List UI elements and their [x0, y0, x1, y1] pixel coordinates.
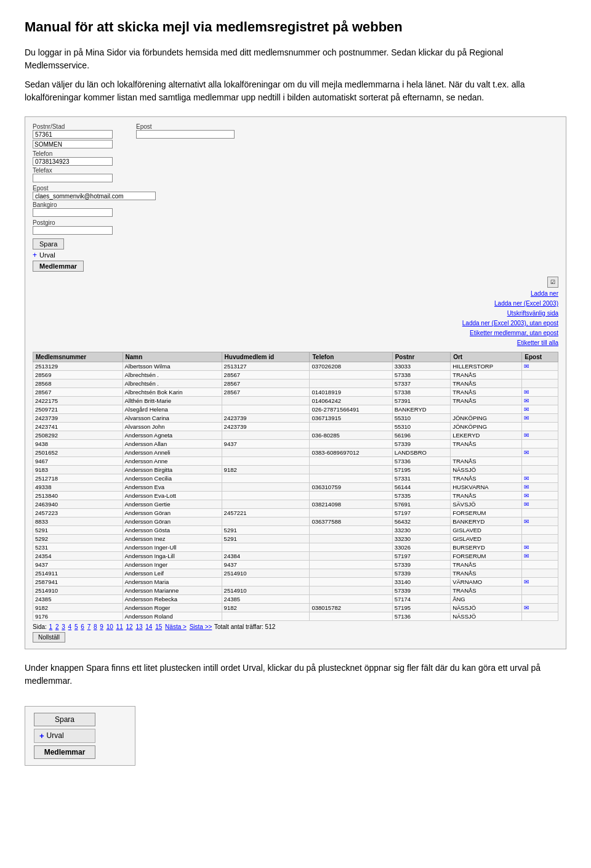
members-table: Medlemsnummer Namn Huvudmedlem id Telefo… [33, 352, 558, 621]
page-1[interactable]: 1 [49, 623, 53, 630]
table-row: 9176Andersson Roland57136NÄSSJÖ [33, 612, 558, 620]
medlemmar-label: Medlemmar [33, 261, 84, 272]
urval-label[interactable]: Urval [39, 251, 55, 259]
email-icon[interactable]: ✉ [524, 406, 529, 413]
postnr-label: Postnr/Stad [33, 123, 113, 130]
page-8[interactable]: 8 [94, 623, 97, 630]
urval-plus-icon: + [33, 251, 37, 259]
table-row: 2501652Andersson Anneli0383-6089697012LA… [33, 448, 558, 456]
email-icon[interactable]: ✉ [524, 363, 529, 370]
email-icon[interactable]: ✉ [524, 501, 529, 508]
page-last[interactable]: Sista >> [190, 623, 212, 630]
page-2[interactable]: 2 [55, 623, 59, 630]
col-header-ort: Ort [451, 352, 522, 362]
table-row: 2422175Allthén Britt-Marie01406424257391… [33, 396, 558, 405]
email-icon[interactable]: ✉ [524, 415, 529, 421]
ladda-ner-link[interactable]: Ladda ner [462, 289, 558, 299]
bottom-spara-button[interactable]: Spara [34, 713, 95, 726]
table-row: 28567Albrechtsén Bok Karin28567014018919… [33, 387, 558, 396]
email-icon[interactable]: ✉ [524, 544, 529, 551]
table-row: 24354Andersson Inga-Lill2438457197FORSER… [33, 551, 558, 560]
email-icon[interactable]: ✉ [524, 397, 529, 404]
table-row: 2457223Andersson Göran245722157197FORSER… [33, 508, 558, 517]
table-row: 2513840Andersson Eva-Lott57335TRANÅS✉ [33, 491, 558, 500]
table-row: 2423741Alvarsson John242373955310JÖNKÖPI… [33, 422, 558, 431]
nollstall-button[interactable]: Nollställ [33, 632, 65, 643]
postnr-input[interactable]: 57361 [33, 130, 113, 139]
bottom-screenshot: Spara + Urval Medlemmar [25, 706, 135, 766]
epost-label: Epost [33, 185, 558, 192]
table-row: 9467Andersson Anne57336TRANÅS [33, 456, 558, 465]
table-row: 28569Albrechtsén .2856757338TRANÅS [33, 370, 558, 379]
table-row: 9182Andersson Roger918203801578257195NÄS… [33, 603, 558, 612]
email-icon[interactable]: ✉ [524, 432, 529, 439]
checkbox-icon[interactable]: ☑ [547, 277, 558, 288]
bankgiro-input[interactable] [33, 208, 113, 217]
stad-value: SOMMEN [34, 141, 62, 148]
email-icon[interactable]: ✉ [524, 604, 529, 611]
page-5[interactable]: 5 [74, 623, 78, 630]
email-icon[interactable]: ✉ [524, 518, 529, 525]
page-4[interactable]: 4 [68, 623, 72, 630]
page-9[interactable]: 9 [100, 623, 103, 630]
ladda-ner-excel-link[interactable]: Ladda ner (Excel 2003) [462, 299, 558, 309]
page-15[interactable]: 15 [155, 623, 162, 630]
pagination-prefix: Sida: [33, 623, 49, 630]
page-11[interactable]: 11 [116, 623, 123, 630]
epost-right-input[interactable] [136, 130, 235, 139]
email-icon[interactable]: ✉ [524, 578, 529, 585]
members-section: ☑ Ladda ner Ladda ner (Excel 2003) Utskr… [33, 277, 558, 643]
table-row: 24385Andersson Rebecka2438557174ÅNG [33, 594, 558, 603]
etiketter-till-alla-link[interactable]: Etiketter till alla [462, 338, 558, 348]
table-row: 2513129Albertsson Wilma25131270370262083… [33, 362, 558, 370]
page-13[interactable]: 13 [135, 623, 142, 630]
page-6[interactable]: 6 [81, 623, 84, 630]
table-row: 9438Andersson Allan943757339TRANÅS [33, 439, 558, 448]
col-header-name: Namn [123, 352, 222, 362]
right-links: ☑ Ladda ner Ladda ner (Excel 2003) Utskr… [462, 277, 558, 348]
email-icon[interactable]: ✉ [524, 389, 529, 395]
page-7[interactable]: 7 [87, 623, 91, 630]
table-row: 49338Andersson Eva03631075956144HUSKVARN… [33, 482, 558, 491]
col-header-epost: Epost [522, 352, 558, 362]
email-icon[interactable]: ✉ [524, 475, 529, 482]
postgiro-input[interactable] [33, 226, 113, 235]
table-row: 2514910Andersson Marianne251491057339TRA… [33, 586, 558, 594]
page-14[interactable]: 14 [145, 623, 152, 630]
page-3[interactable]: 3 [62, 623, 65, 630]
email-icon[interactable]: ✉ [524, 553, 529, 559]
spara-button[interactable]: Spara [33, 238, 64, 249]
bottom-urval-row[interactable]: + Urval [34, 729, 95, 743]
table-row: 2509721Alsegård Helena026-27871566491BAN… [33, 405, 558, 413]
epost-input[interactable]: claes_sommenvik@hotmail.com [33, 192, 156, 200]
email-icon[interactable]: ✉ [524, 484, 529, 490]
postgiro-label: Postgiro [33, 219, 558, 226]
paragraph-3: Under knappen Spara finns ett litet plus… [25, 662, 566, 688]
page-12[interactable]: 12 [126, 623, 132, 630]
telefon-input[interactable]: 0738134923 [33, 157, 113, 166]
bottom-medlemmar-label: Medlemmar [34, 745, 95, 759]
utskriftsvanlig-link[interactable]: Utskriftsvänlig sida [462, 309, 558, 318]
epost-value: claes_sommenvik@hotmail.com [35, 193, 124, 200]
table-row: 28568Albrechtsén .2856757337TRANÅS [33, 379, 558, 387]
postnr-value: 57361 [35, 131, 52, 138]
total-count: Totalt antal träffar: 512 [214, 623, 275, 630]
email-icon[interactable]: ✉ [524, 492, 529, 499]
page-title: Manual för att skicka mejl via medlemsre… [25, 18, 566, 36]
page-10[interactable]: 10 [107, 623, 113, 630]
table-row: 9437Andersson Inger943757339TRANÅS [33, 560, 558, 569]
page-next[interactable]: Nästa > [165, 623, 187, 630]
telefax-input[interactable] [33, 174, 113, 182]
ladda-ner-utan-epost-link[interactable]: Ladda ner (Excel 2003), utan epost [462, 318, 558, 328]
paragraph-1: Du loggar in på Mina Sidor via förbundet… [25, 46, 566, 72]
pagination: Sida: 1 2 3 4 5 6 7 8 9 10 11 12 13 14 1… [33, 623, 558, 630]
col-header-id: Medlemsnummer [33, 352, 123, 362]
col-header-telefon: Telefon [310, 352, 392, 362]
table-row: 2508292Andersson Agneta036-8028556196LEK… [33, 431, 558, 439]
telefon-value: 0738134923 [35, 158, 70, 165]
stad-input[interactable]: SOMMEN [33, 140, 113, 148]
email-icon[interactable]: ✉ [524, 449, 529, 456]
etiketter-utan-epost-link[interactable]: Etiketter medlemmar, utan epost [462, 328, 558, 338]
main-screenshot: Postnr/Stad 57361 SOMMEN Epost Te [25, 116, 566, 649]
table-row: 2463940Andersson Gertie03821409857691SÄV… [33, 500, 558, 508]
